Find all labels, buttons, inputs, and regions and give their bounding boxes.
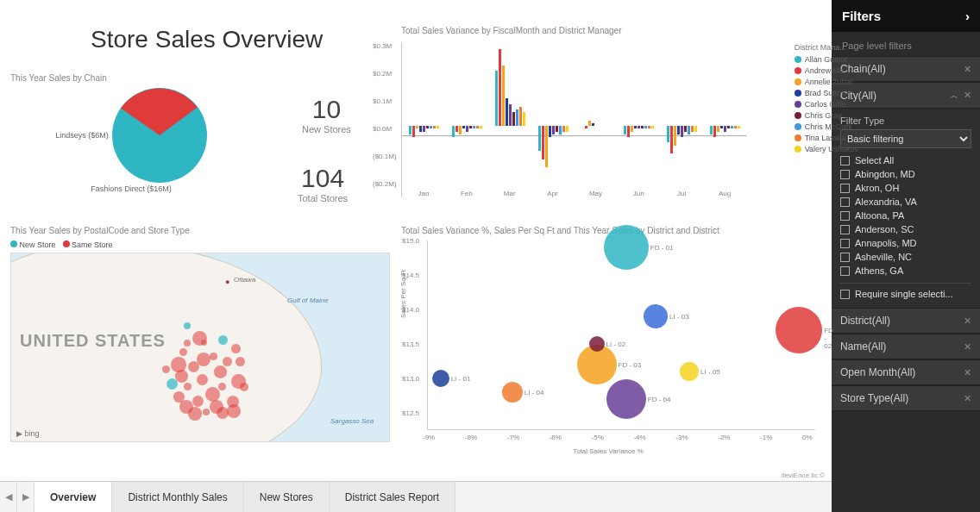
map-water-label: Gulf of Maine <box>287 297 329 304</box>
bubble-LI-05[interactable] <box>680 362 699 381</box>
bubble-FD-04[interactable] <box>606 379 646 419</box>
legend-item[interactable]: Carlos Grilo <box>795 100 858 109</box>
filter-label: Open Month(All) <box>840 366 915 378</box>
filter-label: District(All) <box>840 315 890 327</box>
clear-icon[interactable]: ✕ <box>964 315 971 327</box>
kpi-label: Total Stores <box>298 193 348 203</box>
kpi-total-stores: 104 Total Stores <box>298 164 348 203</box>
kpi-label: New Stores <box>302 124 351 134</box>
legend-item[interactable]: Chris Gray <box>795 111 858 120</box>
scatter-xlabel: Total Sales Variance % <box>401 447 815 455</box>
bubble-LI-04[interactable] <box>502 382 523 403</box>
bar-legend: District Mana... Allan GuinotAndrew MaAn… <box>795 43 858 156</box>
legend-item[interactable]: Annelie Zubar <box>795 78 858 86</box>
checkbox[interactable] <box>840 156 850 165</box>
filters-header[interactable]: Filters › <box>832 0 980 32</box>
checkbox[interactable] <box>840 225 850 234</box>
tab-overview[interactable]: Overview <box>35 482 112 512</box>
kpi-value: 10 <box>302 95 351 124</box>
legend-item[interactable]: Allan Guinot <box>795 55 858 64</box>
filter-district[interactable]: District(All) ✕ <box>832 308 980 334</box>
pie-slice-label: Fashions Direct ($16M) <box>10 184 252 193</box>
filters-title: Filters <box>842 9 881 23</box>
filter-label: Name(All) <box>840 340 886 353</box>
chevron-up-icon[interactable]: ︿ <box>950 91 958 100</box>
scatter-plot-area: $15.0$14.5$14.0$13.5$13.0$12.5-9%-8%-7%-… <box>427 240 815 430</box>
checkbox[interactable] <box>840 170 850 179</box>
filter-open-month[interactable]: Open Month(All) ✕ <box>832 359 980 385</box>
checkbox[interactable] <box>840 197 850 207</box>
clear-icon[interactable]: ✕ <box>964 90 971 100</box>
map-card[interactable]: This Year Sales by PostalCode and Store … <box>10 226 390 442</box>
checkbox[interactable] <box>840 239 850 248</box>
city-option[interactable]: Abingdon, MD <box>840 167 971 181</box>
clear-icon[interactable]: ✕ <box>964 393 971 404</box>
checkbox[interactable] <box>840 266 850 276</box>
scatter-card[interactable]: Total Sales Variance %, Sales Per Sq Ft … <box>401 226 815 455</box>
city-option[interactable]: Athens, GA <box>840 264 971 278</box>
bubble-LI-03[interactable] <box>644 304 668 328</box>
kpi-value: 104 <box>298 164 348 193</box>
footer-credit: deviEnce llc © <box>781 471 825 479</box>
clear-icon[interactable]: ✕ <box>964 64 971 75</box>
report-tabs: ◀ ▶ Overview District Monthly Sales New … <box>0 481 832 512</box>
filter-label: Store Type(All) <box>840 392 908 404</box>
filter-name[interactable]: Name(All) ✕ <box>832 334 980 359</box>
clear-icon[interactable]: ✕ <box>964 367 971 378</box>
bar-chart-card[interactable]: Total Sales Variance by FiscalMonth and … <box>401 26 807 197</box>
kpi-new-stores: 10 New Stores <box>302 95 351 134</box>
city-option[interactable]: Alexandria, VA <box>840 195 971 209</box>
bubble-FD-02[interactable] <box>776 307 822 353</box>
chevron-right-icon[interactable]: › <box>965 9 970 23</box>
pie-title: This Year Sales by Chain <box>10 73 252 83</box>
legend-title: District Mana... <box>795 43 858 52</box>
legend-item[interactable]: Chris McGurk <box>795 122 858 131</box>
require-single-label: Require single selecti... <box>855 289 953 299</box>
bubble-LI-02[interactable] <box>589 336 605 352</box>
clear-icon[interactable]: ✕ <box>964 341 971 353</box>
filter-type-label: Filter Type <box>840 116 971 126</box>
map-title: This Year Sales by PostalCode and Store … <box>10 226 390 235</box>
city-option[interactable]: Altoona, PA <box>840 209 971 222</box>
city-option[interactable]: Asheville, NC <box>840 250 971 264</box>
city-option[interactable]: Akron, OH <box>840 181 971 195</box>
bar-plot-area: JanFebMarAprMayJunJulAug $0.3M$0.2M$0.1M… <box>401 42 746 197</box>
checkbox[interactable] <box>840 184 850 193</box>
page-title: Store Sales Overview <box>91 26 323 53</box>
legend-item[interactable]: Andrew Ma <box>795 66 858 75</box>
map-legend: New Store Same Store <box>10 240 390 249</box>
tab-district-monthly[interactable]: District Monthly Sales <box>112 482 243 512</box>
legend-item[interactable]: Brad Sutton <box>795 89 858 97</box>
filter-type-select[interactable]: Basic filtering <box>840 129 971 148</box>
legend-item[interactable]: Valery Ushakov <box>795 145 858 153</box>
map-water-label: Sargasso Sea <box>330 417 374 425</box>
map-area[interactable]: ● Ottawa UNITED STATES Gulf of Maine Sar… <box>10 253 390 442</box>
bubble-FD-01[interactable] <box>604 225 649 270</box>
filter-store-type[interactable]: Store Type(All) ✕ <box>832 385 980 411</box>
tab-district-report[interactable]: District Sales Report <box>330 482 455 512</box>
map-attribution: bing <box>25 429 40 438</box>
tab-new-stores[interactable]: New Stores <box>244 482 330 512</box>
checkbox[interactable] <box>840 253 850 262</box>
legend-item[interactable]: Tina Lassila <box>795 134 858 142</box>
tab-prev[interactable]: ◀ <box>0 482 17 512</box>
pie-chart-card[interactable]: This Year Sales by Chain Lindseys ($6M) … <box>10 73 252 193</box>
tab-next[interactable]: ▶ <box>17 482 35 512</box>
city-option[interactable]: Annapolis, MD <box>840 236 971 250</box>
map-country-label: UNITED STATES <box>20 331 166 351</box>
bubble-LI-01[interactable] <box>432 370 449 387</box>
checkbox[interactable] <box>840 211 850 221</box>
pie-slice-label: Lindseys ($6M) <box>55 131 109 140</box>
checkbox[interactable] <box>840 290 850 299</box>
city-option[interactable]: Anderson, SC <box>840 222 971 236</box>
bar-title: Total Sales Variance by FiscalMonth and … <box>401 26 807 35</box>
city-option[interactable]: Select All <box>840 153 971 167</box>
map-city-label: Ottawa <box>234 276 255 284</box>
pie-svg <box>112 88 207 183</box>
